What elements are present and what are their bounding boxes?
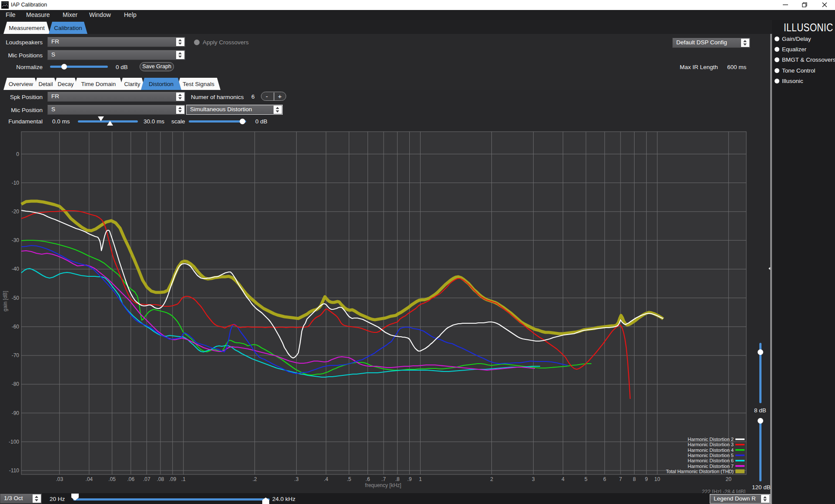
svg-text:20: 20 [726, 476, 732, 482]
svg-text:.1: .1 [181, 476, 186, 482]
svg-text:Harmonic Distortion 3: Harmonic Distortion 3 [688, 442, 734, 447]
svg-text:.4: .4 [324, 476, 328, 482]
svg-text:-100: -100 [9, 439, 19, 445]
svg-text:-40: -40 [12, 266, 20, 272]
svg-text:Harmonic Distortion 7: Harmonic Distortion 7 [688, 464, 734, 469]
svg-text:.2: .2 [253, 476, 257, 482]
svg-text:.04: .04 [86, 476, 93, 482]
svg-text:Harmonic Distortion 4: Harmonic Distortion 4 [688, 448, 734, 453]
svg-text:.5: .5 [347, 476, 351, 482]
svg-text:.03: .03 [56, 476, 63, 482]
svg-text:10: 10 [655, 476, 661, 482]
svg-text:gain [dB]: gain [dB] [2, 291, 8, 311]
svg-text:-50: -50 [12, 295, 20, 301]
svg-text:.08: .08 [157, 476, 164, 482]
svg-text:8: 8 [633, 476, 636, 482]
svg-text:.06: .06 [127, 476, 134, 482]
svg-text:-60: -60 [12, 324, 20, 330]
svg-text:.09: .09 [169, 476, 176, 482]
svg-text:Harmonic Distortion 2: Harmonic Distortion 2 [688, 437, 734, 442]
svg-text:.05: .05 [108, 476, 116, 482]
svg-text:Harmonic Distortion 5: Harmonic Distortion 5 [688, 453, 734, 458]
svg-text:.7: .7 [381, 476, 386, 482]
svg-text:-10: -10 [12, 180, 20, 186]
svg-text:-80: -80 [12, 381, 20, 387]
svg-text:Total Harmonic Distortion (THD: Total Harmonic Distortion (THD) [666, 469, 734, 474]
svg-text:6: 6 [603, 476, 606, 482]
svg-text:3: 3 [532, 476, 535, 482]
svg-text:-20: -20 [12, 209, 20, 215]
svg-text:.9: .9 [407, 476, 412, 482]
svg-text:frequency [kHz]: frequency [kHz] [365, 482, 401, 488]
svg-text:7: 7 [619, 476, 622, 482]
svg-text:.07: .07 [143, 476, 150, 482]
svg-text:2: 2 [490, 476, 493, 482]
svg-text:9: 9 [645, 476, 648, 482]
svg-text:-90: -90 [12, 410, 20, 416]
svg-text:Harmonic Distortion 6: Harmonic Distortion 6 [688, 458, 734, 463]
svg-text:.3: .3 [294, 476, 299, 482]
svg-text:-70: -70 [12, 352, 20, 358]
svg-text:0: 0 [16, 151, 19, 157]
svg-text:-110: -110 [9, 468, 19, 474]
svg-text:4: 4 [561, 476, 564, 482]
svg-text:.8: .8 [395, 476, 400, 482]
svg-text:-30: -30 [12, 237, 20, 243]
svg-text:5: 5 [584, 476, 588, 482]
svg-text:.6: .6 [366, 476, 370, 482]
svg-text:1: 1 [419, 476, 422, 482]
